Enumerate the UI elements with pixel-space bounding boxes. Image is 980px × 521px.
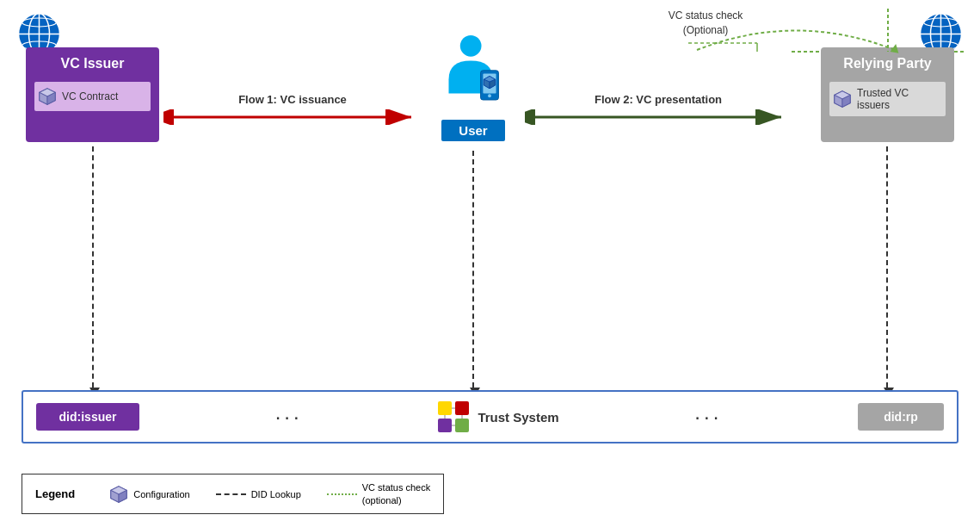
- legend-config-item: Configuration: [109, 485, 189, 504]
- dashed-line-issuer: [92, 146, 94, 388]
- legend-dotted-line: [327, 493, 357, 495]
- diagram-container: VC status check (Optional) VC Issuer: [0, 0, 980, 521]
- flow1-arrow-area: Flow 1: VC issuance: [163, 93, 422, 125]
- vc-issuer-title: VC Issuer: [61, 56, 125, 71]
- relying-party-box: Relying Party Trusted VC issuers: [821, 47, 954, 142]
- legend-title: Legend: [35, 487, 75, 500]
- vc-issuer-box: VC Issuer VC Contract: [26, 47, 159, 142]
- svg-rect-43: [438, 401, 452, 415]
- legend-vc-status-label: VC status check(optional): [362, 481, 430, 506]
- dots-left: ···: [275, 405, 303, 429]
- svg-rect-44: [455, 401, 469, 415]
- legend-did-item: DID Lookup: [216, 488, 301, 500]
- flow2-label: Flow 2: VC presentation: [595, 93, 722, 106]
- dashed-line-user: [472, 151, 474, 388]
- cube-icon-issuer: [38, 87, 57, 106]
- flow1-label: Flow 1: VC issuance: [238, 93, 347, 106]
- user-figure-icon: [435, 34, 512, 116]
- legend-did-label: DID Lookup: [251, 488, 301, 500]
- vc-status-arc: [688, 7, 903, 54]
- cube-icon-legend: [109, 485, 128, 504]
- trusted-vc-label: Trusted VC issuers: [857, 87, 942, 111]
- legend-dashed-line: [216, 493, 246, 495]
- svg-point-27: [460, 35, 482, 57]
- cube-icon-rp: [833, 90, 852, 109]
- flow2-arrow-svg: [525, 109, 792, 125]
- flow1-arrow-svg: [163, 109, 422, 125]
- vc-contract-label: VC Contract: [62, 90, 118, 102]
- trust-system-center: Trust System: [438, 401, 558, 432]
- svg-rect-46: [455, 419, 469, 432]
- user-area: User: [422, 34, 525, 141]
- dashed-line-rp: [886, 146, 888, 388]
- trust-system-row: did:issuer ··· Trust System ··· did:rp: [22, 390, 958, 443]
- legend-box: Legend Configuration DID Lookup VC statu…: [22, 474, 444, 514]
- legend-config-label: Configuration: [133, 488, 189, 500]
- legend-vc-status-item: VC status check(optional): [327, 481, 430, 506]
- trust-system-label: Trust System: [478, 410, 558, 425]
- trusted-vc-area: Trusted VC issuers: [829, 82, 946, 116]
- svg-point-30: [488, 94, 491, 97]
- did-rp-box: did:rp: [858, 403, 944, 431]
- relying-party-title: Relying Party: [843, 56, 931, 71]
- svg-rect-45: [438, 419, 452, 432]
- vc-contract-area: VC Contract: [34, 82, 151, 111]
- did-issuer-box: did:issuer: [36, 403, 139, 431]
- user-label: User: [441, 120, 504, 141]
- dots-right: ···: [694, 405, 722, 429]
- trust-system-icon: [438, 401, 469, 432]
- flow2-arrow-area: Flow 2: VC presentation: [525, 93, 792, 125]
